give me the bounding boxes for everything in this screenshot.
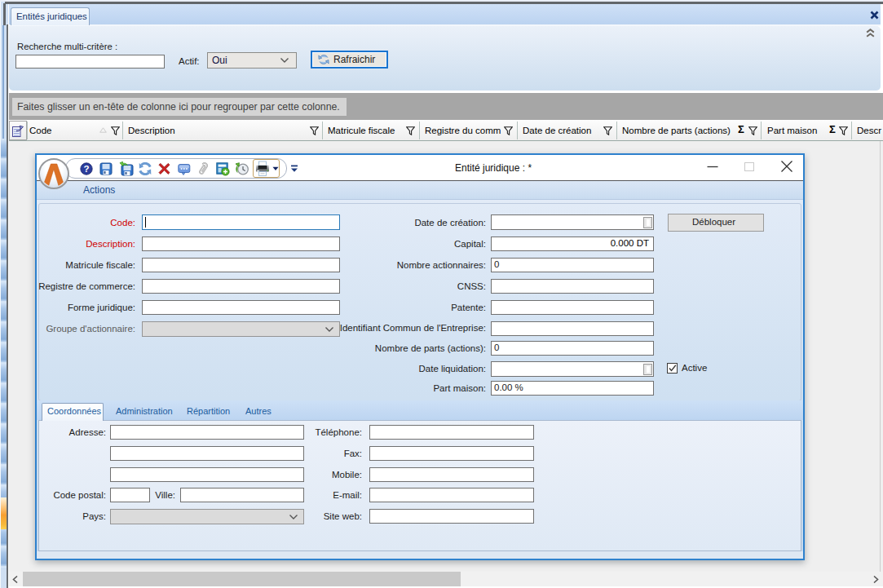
svg-text:?: ?: [83, 164, 89, 174]
